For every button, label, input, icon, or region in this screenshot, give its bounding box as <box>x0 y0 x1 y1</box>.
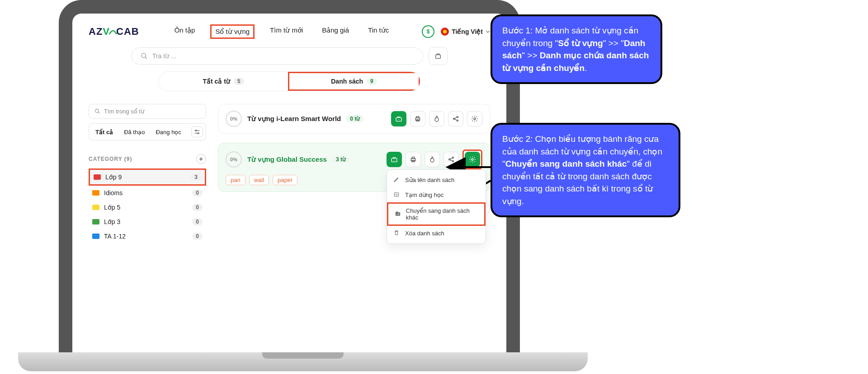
print-button[interactable] <box>410 111 425 126</box>
svg-line-18 <box>454 119 457 121</box>
annotation-step2: Bước 2: Chọn biểu tượng bánh răng cưa củ… <box>491 123 680 217</box>
add-category-button[interactable]: + <box>196 154 206 164</box>
flame-button[interactable] <box>429 111 444 126</box>
nav-vocab-book[interactable]: Sổ từ vựng <box>210 24 255 39</box>
list-word-count: 0 từ <box>346 115 363 122</box>
language-switcher[interactable]: Tiếng Việt <box>441 28 490 36</box>
category-label: Idioms <box>104 189 123 196</box>
menu-move-to-other[interactable]: Chuyển sang danh sách khác <box>387 202 486 226</box>
nav-pricing[interactable]: Bảng giá <box>318 24 353 39</box>
svg-point-27 <box>453 161 454 162</box>
flame-icon <box>429 156 436 163</box>
list-card[interactable]: 0% Từ vựng i-Learn Smart World 0 từ <box>218 104 490 134</box>
list-title: Từ vựng Global Success <box>247 155 327 164</box>
settings-button[interactable] <box>467 111 482 126</box>
menu-pause[interactable]: Tạm dừng học <box>387 187 486 202</box>
svg-line-17 <box>454 117 457 119</box>
svg-point-15 <box>457 117 458 118</box>
pencil-icon <box>393 176 401 184</box>
category-item-lop9[interactable]: Lớp 9 3 <box>89 168 206 186</box>
svg-point-10 <box>398 119 399 120</box>
share-button[interactable] <box>448 111 463 126</box>
study-button[interactable] <box>387 152 402 167</box>
annotation-bold: Sổ từ vựng <box>558 38 603 48</box>
svg-point-14 <box>453 118 455 120</box>
folder-icon <box>94 174 101 180</box>
sidebar-search[interactable]: Tìm trong sổ từ <box>89 104 206 119</box>
nav-find-words[interactable]: Tìm từ mới <box>266 24 307 39</box>
print-button[interactable] <box>406 152 421 167</box>
word-tag[interactable]: paper <box>273 175 297 185</box>
move-icon <box>395 210 401 218</box>
logo-az: AZ <box>89 26 103 37</box>
tab-all-words[interactable]: Tất cả từ 5 <box>159 72 288 91</box>
svg-point-8 <box>198 132 199 134</box>
svg-point-19 <box>474 118 476 120</box>
tab-all-label: Tất cả từ <box>203 78 230 85</box>
sidebar: Tìm trong sổ từ Tất cả Đã thạo Đang học … <box>89 104 206 243</box>
svg-line-4 <box>98 112 99 113</box>
tab-lists[interactable]: Danh sách 9 <box>288 72 420 91</box>
study-button[interactable] <box>391 111 406 126</box>
pause-icon <box>393 191 401 199</box>
filter-learning[interactable]: Đang học <box>152 127 184 137</box>
category-item-ta-1-12[interactable]: TA 1-12 0 <box>89 229 206 243</box>
share-button[interactable] <box>443 152 459 167</box>
list-card-active[interactable]: 0% Từ vựng Global Success 3 từ <box>218 143 490 192</box>
coin-icon[interactable]: $ <box>422 25 434 38</box>
annotation-bold: Chuyển sang danh sách khác <box>505 159 627 168</box>
search-input[interactable]: Tra từ ... <box>131 47 423 65</box>
folder-icon <box>92 219 99 224</box>
settings-button[interactable] <box>465 152 480 167</box>
progress-circle: 0% <box>226 151 242 168</box>
nav-review[interactable]: Ôn tập <box>171 24 199 39</box>
briefcase-icon <box>391 156 398 163</box>
category-count: 3 <box>191 173 201 181</box>
svg-point-3 <box>95 109 99 113</box>
svg-point-21 <box>394 160 395 161</box>
list-word-count: 3 từ <box>332 156 349 163</box>
svg-point-7 <box>195 130 197 131</box>
svg-point-30 <box>472 159 473 160</box>
header: AZVCAB Ôn tập Sổ từ vựng Tìm từ mới Bảng… <box>77 18 502 43</box>
sidebar-search-placeholder: Tìm trong sổ từ <box>104 108 144 115</box>
menu-item-label: Sửa tên danh sách <box>405 177 454 183</box>
category-item-lop3[interactable]: Lớp 3 0 <box>89 215 206 229</box>
search-row: Tra từ ... <box>77 43 502 71</box>
expand-button[interactable] <box>429 47 448 65</box>
category-item-lop5[interactable]: Lớp 5 0 <box>89 200 206 215</box>
laptop-frame: AZVCAB Ôn tập Sổ từ vựng Tìm từ mới Bảng… <box>59 0 520 352</box>
category-header: CATEGORY (9) + <box>89 154 206 164</box>
share-icon <box>452 115 459 122</box>
annotation-text: . <box>585 63 587 73</box>
filter-all[interactable]: Tất cả <box>92 127 117 137</box>
menu-rename[interactable]: Sửa tên danh sách <box>387 173 486 187</box>
nav-news[interactable]: Tin tức <box>364 24 392 39</box>
logo[interactable]: AZVCAB <box>89 26 139 37</box>
category-label: Lớp 3 <box>104 218 120 225</box>
word-tag[interactable]: wall <box>249 175 269 185</box>
filter-settings-button[interactable] <box>191 126 203 137</box>
flame-button[interactable] <box>425 152 440 167</box>
category-label: Lớp 5 <box>104 204 120 211</box>
list-context-menu: Sửa tên danh sách Tạm dừng học Chuyển sa… <box>387 169 486 244</box>
svg-rect-12 <box>416 117 419 118</box>
flame-icon <box>433 115 440 122</box>
folder-icon <box>92 190 99 196</box>
category-item-idioms[interactable]: Idioms 0 <box>89 186 206 200</box>
category-count: 0 <box>192 189 203 196</box>
filter-mastered[interactable]: Đã thạo <box>120 127 148 137</box>
annotation-step1: Bước 1: Mở danh sách từ vựng cần chuyển … <box>491 14 662 84</box>
gear-icon <box>469 156 476 163</box>
search-icon <box>94 108 100 114</box>
svg-point-25 <box>449 159 450 160</box>
language-label: Tiếng Việt <box>452 28 483 35</box>
tab-list-count: 9 <box>367 78 377 85</box>
category-count: 0 <box>192 218 203 225</box>
svg-point-16 <box>457 120 458 122</box>
menu-delete[interactable]: Xóa danh sách <box>387 226 486 241</box>
share-icon <box>448 156 455 163</box>
svg-line-28 <box>450 158 452 159</box>
word-tag[interactable]: pan <box>226 175 245 185</box>
svg-line-1 <box>145 57 147 59</box>
